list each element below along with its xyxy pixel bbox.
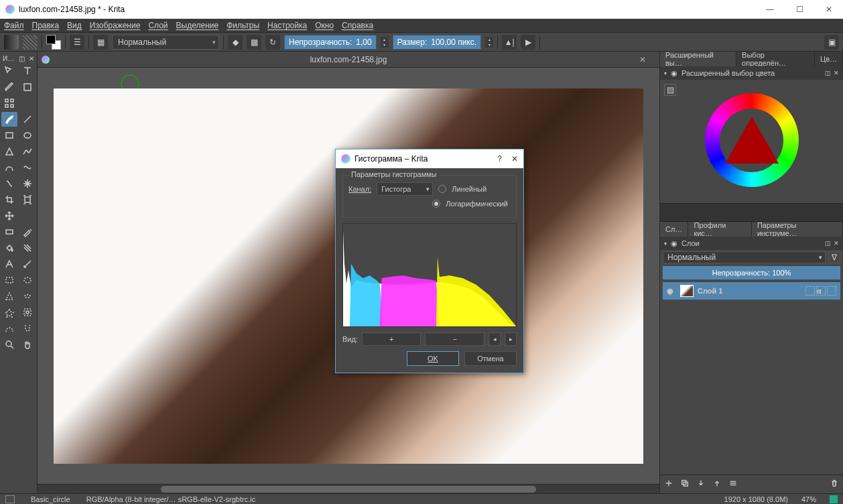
channel-dropdown[interactable]: Гистогра <box>377 182 433 196</box>
bezier-tool[interactable] <box>1 160 17 175</box>
layer-visibility-icon[interactable]: ◉ <box>667 287 676 296</box>
reload-button[interactable]: ↻ <box>265 35 280 50</box>
radio-linear[interactable] <box>438 185 446 193</box>
toolbox-detach-icon[interactable]: ◫ <box>19 55 25 62</box>
blend-mode-dropdown[interactable]: Нормальный <box>112 35 219 50</box>
gradient-preset-button[interactable] <box>4 35 19 50</box>
layer-row[interactable]: ◉ Слой 1 α <box>663 282 840 300</box>
doc-tab-close-icon[interactable]: ✕ <box>639 55 646 64</box>
brush-settings-button[interactable]: ☰ <box>70 35 84 50</box>
size-spinner[interactable]: ▴▾ <box>485 37 493 48</box>
fg-bg-swatch[interactable] <box>46 35 61 50</box>
toolbox-close-icon[interactable]: ✕ <box>29 55 34 62</box>
select-rect-tool[interactable] <box>1 273 17 288</box>
select-ellipse-tool[interactable] <box>19 273 36 288</box>
color-options-icon[interactable]: ▤ <box>664 84 676 96</box>
color-picker-tool[interactable] <box>19 225 36 239</box>
maximize-button[interactable]: ☐ <box>791 5 808 14</box>
move-down-button[interactable] <box>696 479 706 490</box>
cancel-button[interactable]: Отмена <box>464 351 517 366</box>
select-magnetic-tool[interactable] <box>19 321 36 336</box>
zoom-out-button[interactable]: − <box>425 332 484 346</box>
tab-specific-color[interactable]: Выбор определён… <box>736 52 815 66</box>
text-tool[interactable] <box>19 64 36 78</box>
menu-settings[interactable]: Настройка <box>267 21 307 30</box>
layer-opacity-bar[interactable]: Непрозрачность: 100% <box>663 266 840 279</box>
zoom-in-button[interactable]: + <box>362 332 422 346</box>
move-layer-tool[interactable] <box>1 208 17 223</box>
selection-mode-icon[interactable] <box>5 495 15 503</box>
move-up-button[interactable] <box>712 479 722 490</box>
color-history-strip[interactable] <box>660 203 843 222</box>
select-similar-tool[interactable] <box>19 305 36 320</box>
layer-blend-mode-dropdown[interactable]: Нормальный <box>663 251 826 263</box>
duplicate-layer-button[interactable] <box>680 479 690 490</box>
select-poly-tool[interactable] <box>1 289 17 304</box>
tab-brush-presets[interactable]: Профили кис… <box>688 222 752 237</box>
pattern-fill-tool[interactable] <box>19 241 36 255</box>
detach-icon[interactable]: ◫ <box>825 240 831 247</box>
measure-tool[interactable] <box>19 257 36 271</box>
tab-tool-options[interactable]: Параметры инструме… <box>752 222 843 237</box>
close-panel-icon[interactable]: ✕ <box>834 240 839 247</box>
menu-layer[interactable]: Слой <box>148 21 168 30</box>
assistant-tool[interactable] <box>1 257 17 271</box>
tab-advanced-color[interactable]: Расширенный вы… <box>660 52 736 66</box>
pan-tool[interactable] <box>19 337 36 352</box>
minimize-button[interactable]: — <box>761 5 779 14</box>
alpha-lock-button[interactable]: ▩ <box>247 35 261 50</box>
layer-lock-icon[interactable] <box>827 286 836 296</box>
pattern-tool[interactable] <box>1 96 17 111</box>
dialog-close-button[interactable]: ✕ <box>511 154 518 164</box>
add-layer-button[interactable] <box>664 479 673 490</box>
multibrush-tool[interactable] <box>19 176 36 191</box>
collapse-icon[interactable]: ▾ <box>664 241 667 247</box>
calligraphy-tool[interactable] <box>19 80 36 94</box>
properties-button[interactable] <box>728 479 738 490</box>
opacity-spinner[interactable]: ▴▾ <box>381 37 389 48</box>
line-tool[interactable] <box>19 112 36 127</box>
tab-color-short[interactable]: Цв… <box>815 52 843 66</box>
dialog-titlebar[interactable]: Гистограмма – Krita ? ✕ <box>336 149 523 168</box>
transform-tool[interactable] <box>19 192 36 207</box>
move-tool[interactable] <box>1 64 17 78</box>
mirror-v-button[interactable]: ▶ <box>521 35 535 50</box>
preset-button[interactable]: ▦ <box>93 35 108 50</box>
layer-alpha-icon[interactable]: α <box>816 286 826 296</box>
tab-layers[interactable]: Сл… <box>660 222 688 237</box>
color-wheel[interactable]: ▤ <box>660 80 843 200</box>
collapse-icon[interactable]: ▾ <box>664 70 667 76</box>
select-free-tool[interactable] <box>19 289 36 304</box>
select-contiguous-tool[interactable] <box>1 305 17 320</box>
menu-help[interactable]: Справка <box>342 21 373 30</box>
zoom-tool[interactable] <box>1 337 17 352</box>
horizontal-scrollbar[interactable] <box>38 484 659 493</box>
close-panel-icon[interactable]: ✕ <box>834 70 839 76</box>
fill-tool[interactable] <box>1 241 17 255</box>
detach-icon[interactable]: ◫ <box>825 70 831 76</box>
polygon-tool[interactable] <box>1 144 17 159</box>
pattern-preset-button[interactable] <box>23 35 38 50</box>
scroll-right-button[interactable]: ▸ <box>505 332 517 346</box>
filter-icon[interactable]: ∇ <box>828 251 840 263</box>
dyna-tool[interactable] <box>1 176 17 191</box>
size-field[interactable]: Размер: 100,00 пикс. <box>393 35 482 50</box>
menu-window[interactable]: Окно <box>315 21 334 30</box>
ok-button[interactable]: OK <box>407 351 459 366</box>
polyline-tool[interactable] <box>19 144 36 159</box>
menu-edit[interactable]: Правка <box>32 21 60 30</box>
menu-view[interactable]: Вид <box>67 21 82 30</box>
menu-select[interactable]: Выделение <box>176 21 219 30</box>
select-bezier-tool[interactable] <box>1 321 17 336</box>
menu-filters[interactable]: Фильтры <box>226 21 259 30</box>
crop-tool[interactable] <box>1 192 17 207</box>
freehand-path-tool[interactable] <box>19 160 36 175</box>
delete-layer-button[interactable] <box>830 479 839 490</box>
ellipse-tool[interactable] <box>19 128 36 143</box>
workspace-button[interactable]: ▣ <box>824 35 839 50</box>
close-button[interactable]: ✕ <box>820 5 838 14</box>
menu-file[interactable]: Файл <box>4 21 24 30</box>
eraser-mode-button[interactable]: ◆ <box>228 35 243 50</box>
dialog-help-button[interactable]: ? <box>497 154 502 164</box>
opacity-field[interactable]: Непрозрачность: 1,00 <box>284 35 377 50</box>
